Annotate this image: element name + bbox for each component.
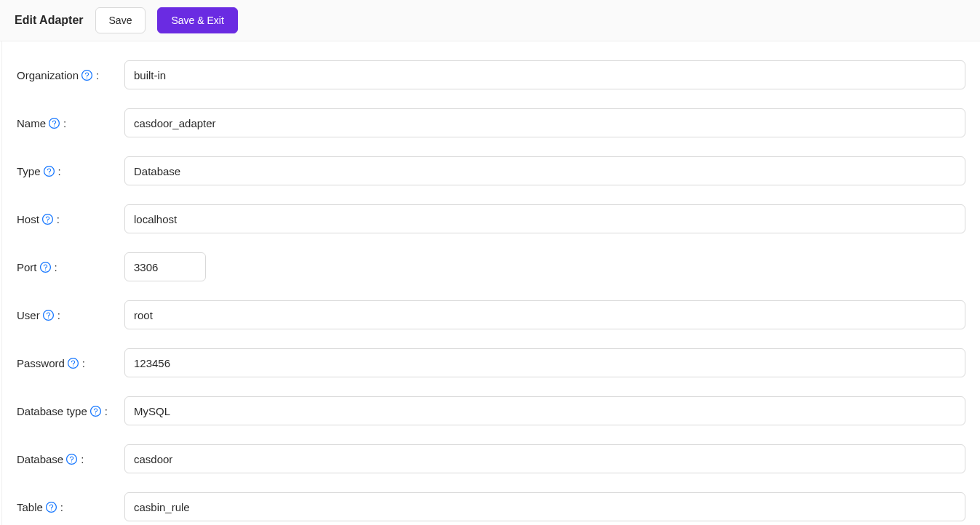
header-bar: Edit Adapter Save Save & Exit	[0, 0, 980, 41]
password-control	[124, 348, 965, 377]
help-icon[interactable]	[66, 454, 77, 465]
label-text: Table	[17, 501, 43, 513]
user-label: User :	[17, 309, 124, 321]
organization-label: Organization :	[17, 69, 124, 81]
host-row: Host :	[17, 204, 965, 233]
colon: :	[96, 69, 99, 81]
label-text: Organization	[17, 69, 79, 81]
page-title: Edit Adapter	[15, 14, 84, 27]
label-text: Database type	[17, 405, 87, 417]
port-row: Port :	[17, 252, 965, 281]
name-input[interactable]	[124, 108, 965, 137]
database-type-control: MySQL	[124, 396, 965, 425]
help-icon[interactable]	[44, 166, 55, 177]
help-icon[interactable]	[40, 262, 51, 273]
colon: :	[58, 165, 61, 177]
user-control	[124, 300, 965, 329]
port-input[interactable]	[124, 252, 206, 281]
save-button[interactable]: Save	[95, 7, 146, 33]
help-icon[interactable]	[90, 406, 101, 417]
help-icon[interactable]	[81, 70, 92, 81]
host-input[interactable]	[124, 204, 965, 233]
database-control	[124, 444, 965, 473]
label-text: User	[17, 309, 40, 321]
help-icon[interactable]	[42, 214, 53, 225]
type-control: Database	[124, 156, 965, 185]
colon: :	[81, 453, 84, 465]
label-text: Name	[17, 117, 46, 129]
save-and-exit-button[interactable]: Save & Exit	[157, 7, 237, 33]
password-input[interactable]	[124, 348, 965, 377]
help-icon[interactable]	[43, 310, 54, 321]
colon: :	[105, 405, 108, 417]
port-label: Port :	[17, 261, 124, 273]
host-label: Host :	[17, 213, 124, 225]
table-row: Table :	[17, 492, 965, 521]
organization-select[interactable]: built-in	[124, 60, 965, 89]
database-label: Database :	[17, 453, 124, 465]
database-type-row: Database type : MySQL	[17, 396, 965, 425]
password-row: Password :	[17, 348, 965, 377]
table-input[interactable]	[124, 492, 965, 521]
label-text: Password	[17, 357, 65, 369]
help-icon[interactable]	[68, 358, 79, 369]
database-type-label: Database type :	[17, 405, 124, 417]
database-input[interactable]	[124, 444, 965, 473]
database-type-select[interactable]: MySQL	[124, 396, 965, 425]
user-row: User :	[17, 300, 965, 329]
table-label: Table :	[17, 501, 124, 513]
name-row: Name :	[17, 108, 965, 137]
port-control	[124, 252, 965, 281]
table-control	[124, 492, 965, 521]
colon: :	[55, 261, 57, 273]
colon: :	[82, 357, 85, 369]
help-icon[interactable]	[49, 118, 60, 129]
name-control	[124, 108, 965, 137]
colon: :	[60, 501, 63, 513]
label-text: Type	[17, 165, 41, 177]
label-text: Database	[17, 453, 63, 465]
colon: :	[63, 117, 66, 129]
type-select[interactable]: Database	[124, 156, 965, 185]
colon: :	[57, 309, 60, 321]
colon: :	[57, 213, 60, 225]
type-label: Type :	[17, 165, 124, 177]
password-label: Password :	[17, 357, 124, 369]
help-icon[interactable]	[46, 502, 57, 513]
label-text: Host	[17, 213, 39, 225]
user-input[interactable]	[124, 300, 965, 329]
type-row: Type : Database	[17, 156, 965, 185]
organization-row: Organization : built-in	[17, 60, 965, 89]
database-row: Database :	[17, 444, 965, 473]
organization-control: built-in	[124, 60, 965, 89]
name-label: Name :	[17, 117, 124, 129]
form-container: Organization : built-in Name : Type	[1, 41, 980, 525]
host-control	[124, 204, 965, 233]
label-text: Port	[17, 261, 37, 273]
